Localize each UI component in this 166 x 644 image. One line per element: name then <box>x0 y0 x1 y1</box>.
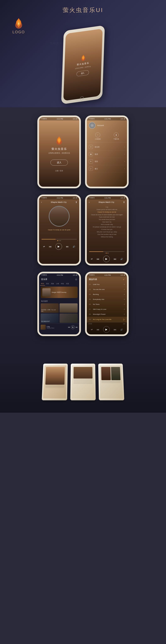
pl-add-28[interactable]: + <box>124 313 125 316</box>
back-icon[interactable]: ‹ <box>41 201 42 204</box>
pl-play-29[interactable]: ▷ <box>123 318 125 321</box>
logo-text: LOGO <box>13 30 25 34</box>
lyrics-share-icon[interactable]: ⬆ <box>123 201 125 204</box>
account-menu-item-cloud[interactable]: ▷ 邀云 › <box>87 165 127 172</box>
lyric-highlight: Cause I'm lonely as can be yeah <box>41 229 77 231</box>
specials-label: 谱赏 <box>95 160 98 163</box>
lyric-1: Cause you're not here's with me <box>89 208 125 211</box>
arrow-icon: › <box>124 146 125 148</box>
library-search-icon[interactable]: ⊙ <box>75 278 77 281</box>
lyrics-progress-bar[interactable] <box>89 252 124 252</box>
dot-2 <box>59 240 59 241</box>
playlist-item-27[interactable]: 27. Still Crazy In Love + <box>87 307 127 312</box>
pl-prev-btn[interactable]: ⏮ <box>97 328 99 331</box>
lyric-6: How hard I try <box>89 221 125 223</box>
flow-icon: ◉ <box>89 152 93 156</box>
tab-mood[interactable]: 心情 <box>55 282 60 286</box>
playlist-item-26[interactable]: 26. No Tears + <box>87 302 127 307</box>
play-button[interactable]: ▶ <box>55 243 62 250</box>
lyrics-volume-btn[interactable]: 🔊 <box>120 258 123 260</box>
playlist-item-28[interactable]: 28. Moonlight Flower + <box>87 312 127 317</box>
library-title: 音乐库 <box>41 278 47 281</box>
pl-add-23[interactable]: + <box>124 288 125 290</box>
daily-item-2[interactable] <box>59 304 77 313</box>
lyric-3: Cause we know I'll never breathe your lo… <box>89 214 125 216</box>
hero-enter-btn[interactable]: 进入 <box>76 70 89 76</box>
playlist-item-25[interactable]: 25. Everybody Like + <box>87 297 127 302</box>
pl-name-23: You are the one <box>93 288 124 290</box>
pl-add-25[interactable]: + <box>124 298 125 300</box>
player-progress[interactable] <box>39 238 79 242</box>
lyrics-progress[interactable] <box>87 250 127 254</box>
pl-add-24[interactable]: + <box>124 293 125 296</box>
lyrics-shuffle-btn[interactable]: ⇄ <box>91 258 93 260</box>
account-icon-download[interactable]: ⬇ 下载列表 <box>113 132 119 140</box>
account-icon-favorites[interactable]: ♡ 心动歌曲 <box>95 132 101 140</box>
pl-next-btn[interactable]: ⏭ <box>114 328 116 331</box>
pl-add-26[interactable]: + <box>124 303 125 306</box>
playlist-item-24[interactable]: 24. Burning + <box>87 292 127 297</box>
player-controls: ⇄ ⏮ ▶ ⏭ 🔊 <box>39 242 79 252</box>
tab-era[interactable]: 年代 <box>40 282 45 286</box>
shuffle-button[interactable]: ⇄ <box>43 246 45 248</box>
account-menu-item-library[interactable]: ≡ 音乐库 › <box>87 144 127 151</box>
flow-label: 免流 <box>95 153 98 156</box>
lyrics-prev-btn[interactable]: ⏮ <box>97 258 99 260</box>
screen-library: 中国移动 4:21 PM 22%▮ 音乐库 ⊙ 年代 语言 风格 心情 特色 乐… <box>37 272 81 336</box>
prev-button[interactable]: ⏮ <box>49 245 51 248</box>
daily-item-3[interactable]: 我们都是好孩子 <box>41 314 59 323</box>
welcome-flame-icon <box>55 135 63 145</box>
screen-player: 中国移动 4:21 PM 22%▮ ‹ Shayne Ward-I Cry ⬆ <box>37 194 81 266</box>
daily-item-4[interactable] <box>59 314 77 323</box>
pl-add-22[interactable]: + <box>124 283 125 286</box>
tab-style[interactable]: 风格 <box>50 282 55 286</box>
daily-item-1[interactable]: 站在荒漠（天啊！You and Me） <box>41 304 59 313</box>
progress-bar[interactable] <box>42 239 77 240</box>
pl-name-22: Until You <box>93 284 124 285</box>
playlist-item-22[interactable]: 22. Until You + <box>87 282 127 287</box>
playlist-item-29[interactable]: 29. As Long As You Love Me ▷ <box>87 317 127 322</box>
daily-section-title: 每日推荐 <box>39 299 79 304</box>
lyric-8: Oh please somebody tell me where I can g… <box>89 226 125 228</box>
status-bar-lyrics: 中国移动 4:21 PM 22%▮ <box>87 196 127 200</box>
status-bar-library: 中国移动 4:21 PM 22%▮ <box>39 273 79 277</box>
pl-shuffle-btn[interactable]: ⇄ <box>91 328 93 331</box>
now-playing-artist: Shayne Ward <box>47 328 67 328</box>
library-banner[interactable]: Danger 华晨宇Journey <box>41 286 77 298</box>
playlist-check-icon[interactable]: ✓ <box>123 278 125 281</box>
welcome-links[interactable]: 注册 / 登录 <box>55 170 63 172</box>
pl-add-27[interactable]: + <box>124 308 125 310</box>
playlist-item-23[interactable]: 23. You are the one + <box>87 287 127 292</box>
lyrics-play-btn[interactable]: ▶ <box>103 256 110 262</box>
row-2: 中国移动 4:21 PM 22%▮ ‹ Shayne Ward-I Cry ⬆ <box>6 194 160 266</box>
lyrics-header: ‹ Shayne Ward-I Cry ⬆ <box>87 200 127 205</box>
pl-volume-btn[interactable]: 🔊 <box>120 328 123 331</box>
mini-play-btn[interactable]: ▶ <box>71 325 75 329</box>
card-inner-3 <box>98 364 124 400</box>
screen-account: 中国移动 4:21 PM 22% ▮ Account ♡ 心动歌曲 <box>85 116 129 188</box>
next-button[interactable]: ⏭ <box>66 245 69 248</box>
logo-flame-icon <box>14 16 24 29</box>
lyrics-dots <box>89 253 124 254</box>
share-icon[interactable]: ⬆ <box>75 201 77 204</box>
lyrics-song-name: Shayne Ward-I Cry <box>98 201 114 203</box>
lyric-4: If you could see me now <box>89 216 125 218</box>
lyric-2: Cause I'm lonely as can be <box>89 211 125 214</box>
playlist-items: 22. Until You + 23. You are the one + 24… <box>87 282 127 322</box>
tab-special[interactable]: 特色 <box>60 282 65 286</box>
pl-play-btn[interactable]: ▶ <box>103 326 110 333</box>
account-menu-item-specials[interactable]: ✦ 谱赏 › <box>87 158 127 165</box>
account-download-label: 下载列表 <box>113 138 119 140</box>
tab-language[interactable]: 语言 <box>45 282 50 286</box>
lyrics-back-icon[interactable]: ‹ <box>89 201 90 204</box>
album-art <box>49 206 69 226</box>
mini-next-btn[interactable]: ⏭ <box>76 326 77 328</box>
account-menu-item-flow[interactable]: ◉ 免流 › <box>87 151 127 158</box>
hero-phone: 萤火虫音乐 点亮内心的音乐，活在萤火虫 进入 <box>50 20 116 99</box>
pl-name-25: Everybody Like <box>93 298 124 300</box>
mini-prev-btn[interactable]: ⏮ <box>68 326 70 328</box>
tab-instrument[interactable]: 乐器 <box>65 282 70 286</box>
volume-button[interactable]: 🔊 <box>73 246 75 248</box>
welcome-enter-button[interactable]: 进入 <box>50 160 68 166</box>
lyrics-next-btn[interactable]: ⏭ <box>114 258 116 260</box>
